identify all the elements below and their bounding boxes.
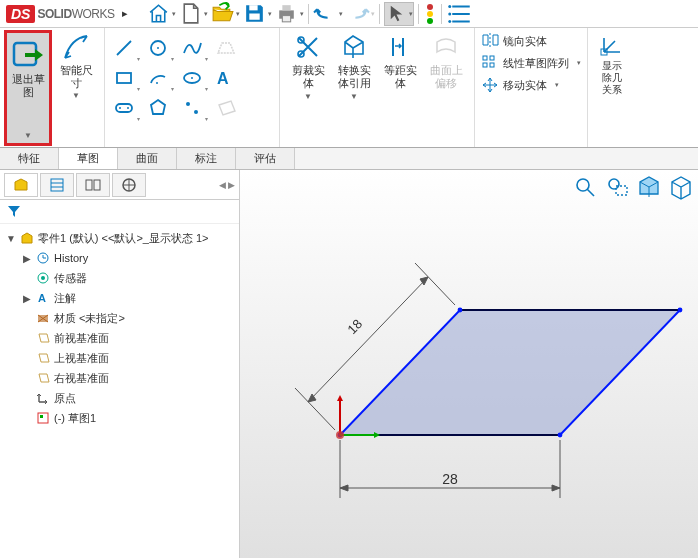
surface-offset-button[interactable]: 曲面上 偏移 (424, 32, 468, 101)
tree-item-history[interactable]: ▶History (18, 248, 237, 268)
tab-annotate[interactable]: 标注 (177, 148, 236, 169)
tree-label: 注解 (54, 291, 76, 306)
ellipse-icon[interactable]: ▾ (177, 64, 207, 92)
tree-body: ▼ 零件1 (默认) <<默认>_显示状态 1> ▶History 传感器 ▶A… (0, 224, 239, 558)
tree-root[interactable]: ▼ 零件1 (默认) <<默认>_显示状态 1> (2, 228, 237, 248)
dim-height[interactable]: 18 (344, 316, 365, 337)
display-group: 显示 除几 关系 (588, 28, 636, 147)
svg-point-6 (449, 12, 452, 15)
tab-surface[interactable]: 曲面 (118, 148, 177, 169)
tree-item-origin[interactable]: 原点 (18, 388, 237, 408)
svg-rect-37 (86, 180, 92, 190)
svg-text:A: A (38, 292, 46, 304)
trim-button[interactable]: 剪裁实 体▼ (286, 32, 330, 101)
tree-label: (-) 草图1 (54, 411, 96, 426)
redo-icon[interactable]: ▾ (345, 2, 375, 26)
move-button[interactable]: 移动实体▾ (481, 76, 581, 94)
save-icon[interactable]: ▾ (242, 2, 272, 26)
display-label: 显示 除几 关系 (602, 60, 622, 96)
tree-tab-config[interactable] (76, 173, 110, 197)
svg-point-18 (119, 107, 121, 109)
print-icon[interactable]: ▾ (274, 2, 304, 26)
tree-item-front-plane[interactable]: 前视基准面 (18, 328, 237, 348)
tree-tabs-left-icon[interactable]: ◀ (219, 180, 226, 190)
tree-label: 传感器 (54, 271, 87, 286)
text-icon[interactable]: A (211, 64, 241, 92)
tree-tabs: ◀ ▶ (0, 170, 239, 200)
tree-root-label: 零件1 (默认) <<默认>_显示状态 1> (38, 231, 209, 246)
tree-label: 原点 (54, 391, 76, 406)
title-dropdown-icon[interactable]: ▸ (120, 7, 130, 21)
trapezoid-icon[interactable] (211, 34, 241, 62)
undo-icon[interactable]: ▾ (313, 2, 343, 26)
tab-evaluate[interactable]: 评估 (236, 148, 295, 169)
mirror-button[interactable]: 镜向实体 (481, 32, 581, 50)
dim-width[interactable]: 28 (442, 471, 458, 487)
slot-icon[interactable]: ▾ (109, 94, 139, 122)
svg-rect-17 (116, 104, 132, 112)
linear-pattern-button[interactable]: 线性草图阵列▾ (481, 54, 581, 72)
tree-label: History (54, 252, 88, 264)
logo-ds: DS (6, 5, 35, 23)
tree-filter[interactable] (0, 200, 239, 224)
new-icon[interactable]: ▾ (178, 2, 208, 26)
svg-rect-27 (483, 63, 487, 67)
svg-rect-25 (483, 56, 487, 60)
section-view-icon[interactable] (636, 174, 662, 200)
tree-item-sensors[interactable]: 传感器 (18, 268, 237, 288)
svg-point-44 (41, 276, 45, 280)
line-icon[interactable]: ▾ (109, 34, 139, 62)
tree-tab-dim[interactable] (112, 173, 146, 197)
tree-item-sketch1[interactable]: (-) 草图1 (18, 408, 237, 428)
select-icon[interactable]: ▾ (384, 2, 414, 26)
list-icon[interactable] (446, 2, 476, 26)
arc-icon[interactable]: ▾ (143, 64, 173, 92)
tree-tabs-right-icon[interactable]: ▶ (228, 180, 235, 190)
rectangle-icon[interactable]: ▾ (109, 64, 139, 92)
graphics-area[interactable]: 28 18 (240, 170, 698, 558)
svg-point-11 (157, 47, 159, 49)
tree-item-material[interactable]: 材质 <未指定> (18, 308, 237, 328)
title-bar: DS SOLID WORKS ▸ ▾ ▾ ▾ ▾ ▾ ▾ ▾ ▾ (0, 0, 698, 28)
tab-features[interactable]: 特征 (0, 148, 59, 169)
display-button[interactable]: 显示 除几 关系 (592, 30, 632, 98)
tree-tab-property[interactable] (40, 173, 74, 197)
tab-sketch[interactable]: 草图 (59, 148, 118, 169)
smart-dimension-button[interactable]: 智能尺 寸 ▼ (52, 30, 100, 118)
sketch-tools-group: ▾ ▾ ▾ ▾ ▾ ▾ A ▾ ▾ (105, 28, 280, 147)
spline-icon[interactable]: ▾ (177, 34, 207, 62)
svg-rect-3 (283, 5, 291, 10)
tree-item-right-plane[interactable]: 右视基准面 (18, 368, 237, 388)
move-label: 移动实体 (503, 78, 547, 93)
exit-sketch-button[interactable]: 退出草 图 ▼ (4, 30, 52, 146)
ribbon: 退出草 图 ▼ 智能尺 寸 ▼ ▾ ▾ ▾ ▾ ▾ ▾ A ▾ ▾ (0, 28, 698, 148)
tree-label: 前视基准面 (54, 331, 109, 346)
transform-group: 镜向实体 线性草图阵列▾ 移动实体▾ (475, 28, 588, 147)
mirror-label: 镜向实体 (503, 34, 547, 49)
offset-button[interactable]: 等距实 体 (378, 32, 422, 101)
command-tabs: 特征 草图 曲面 标注 评估 (0, 148, 698, 170)
svg-marker-59 (337, 395, 343, 401)
view-controls (572, 174, 694, 200)
view-orient-icon[interactable] (668, 174, 694, 200)
svg-point-57 (458, 308, 463, 313)
workspace: ◀ ▶ ▼ 零件1 (默认) <<默认>_显示状态 1> ▶History 传感… (0, 170, 698, 558)
point-icon[interactable]: ▾ (177, 94, 207, 122)
convert-button[interactable]: 转换实 体引用▼ (332, 32, 376, 101)
open-icon[interactable]: ▾ (210, 2, 240, 26)
convert-label: 转换实 体引用 (338, 64, 371, 90)
zoom-fit-icon[interactable] (572, 174, 598, 200)
tree-item-top-plane[interactable]: 上视基准面 (18, 348, 237, 368)
circle-icon[interactable]: ▾ (143, 34, 173, 62)
svg-line-31 (587, 189, 594, 196)
trim-label: 剪裁实 体 (292, 64, 325, 90)
plane-icon[interactable] (211, 94, 241, 122)
tree-item-annotations[interactable]: ▶A注解 (18, 288, 237, 308)
zoom-area-icon[interactable] (604, 174, 630, 200)
tree-tab-feature[interactable] (4, 173, 38, 197)
quick-access-toolbar: ▾ ▾ ▾ ▾ ▾ ▾ ▾ ▾ (146, 2, 476, 26)
home-icon[interactable]: ▾ (146, 2, 176, 26)
polygon-icon[interactable] (143, 94, 173, 122)
modify-group: 剪裁实 体▼ 转换实 体引用▼ 等距实 体 曲面上 偏移 (280, 28, 475, 147)
svg-rect-12 (117, 73, 131, 83)
